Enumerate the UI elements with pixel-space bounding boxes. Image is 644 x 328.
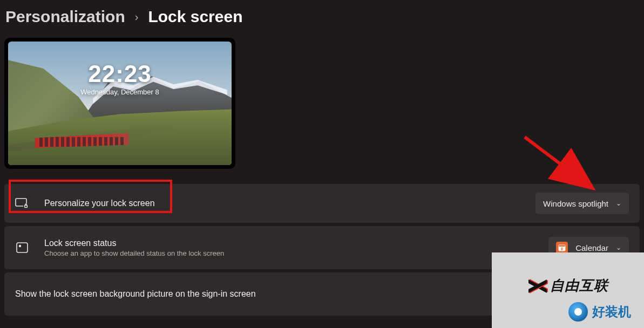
row-status-title: Lock screen status (44, 238, 548, 248)
calendar-icon: 8 (556, 242, 568, 254)
svg-point-4 (19, 245, 21, 247)
chevron-right-icon: › (135, 11, 139, 23)
watermark-overlay: 自由互联 好装机 (492, 252, 644, 328)
svg-text:8: 8 (561, 247, 563, 251)
preview-time-text: 22:23 (8, 62, 232, 86)
chevron-down-icon: ⌄ (616, 200, 621, 207)
watermark-2-text: 好装机 (592, 303, 631, 320)
breadcrumb-parent[interactable]: Personalization (5, 8, 125, 26)
watermark-2: 好装机 (568, 302, 631, 322)
watermark-1: 自由互联 (528, 276, 608, 295)
watermark-2-logo-icon (568, 302, 588, 322)
svg-line-9 (525, 137, 591, 187)
watermark-1-logo-icon (528, 278, 547, 294)
svg-rect-3 (17, 243, 28, 252)
dropdown-lockscreen-source-value: Windows spotlight (543, 199, 608, 208)
row-personalize-lockscreen[interactable]: Personalize your lock screen Windows spo… (4, 184, 640, 223)
breadcrumb: Personalization › Lock screen (0, 0, 644, 26)
lockscreen-preview[interactable]: 22:23 Wednesday, December 8 (4, 38, 235, 169)
preview-clock: 22:23 Wednesday, December 8 (8, 62, 232, 96)
row-status-subtitle: Choose an app to show detailed status on… (44, 249, 548, 257)
lockscreen-monitor-icon (15, 197, 29, 209)
status-app-icon (15, 241, 29, 254)
breadcrumb-current: Lock screen (148, 8, 242, 26)
preview-date-text: Wednesday, December 8 (8, 88, 232, 96)
dropdown-status-app-value: Calendar (575, 243, 608, 252)
dropdown-lockscreen-source[interactable]: Windows spotlight ⌄ (535, 193, 629, 214)
svg-rect-6 (559, 245, 565, 247)
row-personalize-title: Personalize your lock screen (44, 199, 535, 208)
watermark-1-text: 自由互联 (550, 276, 608, 295)
chevron-down-icon: ⌄ (616, 244, 621, 251)
